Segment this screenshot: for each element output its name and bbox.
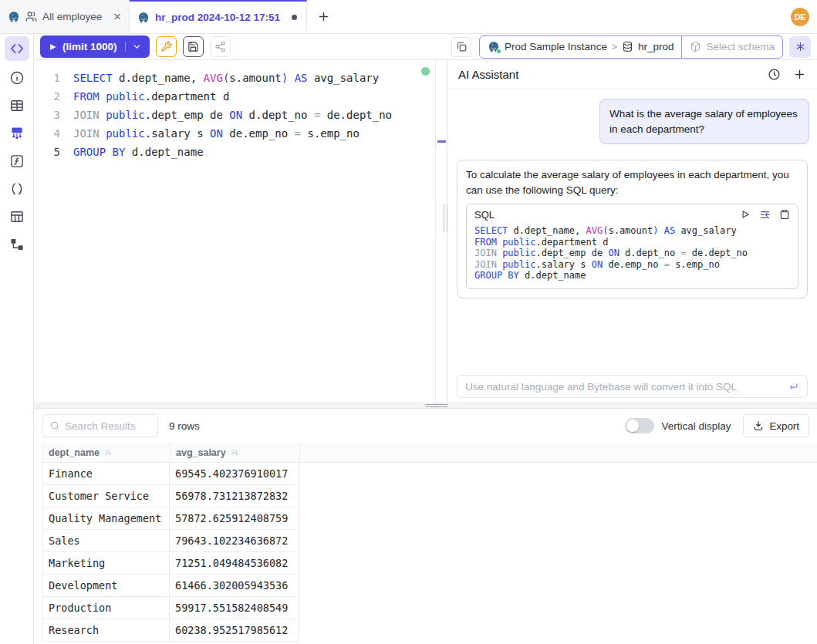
sql-token: .department d xyxy=(535,237,608,248)
batch-query-button[interactable] xyxy=(451,37,471,57)
sql-token: = xyxy=(295,127,301,140)
wrench-icon xyxy=(160,41,172,52)
sql-token: ON xyxy=(608,248,619,258)
export-label: Export xyxy=(769,420,799,432)
results-toolbar: 9 rows Vertical display Export xyxy=(34,409,817,443)
sidebar-item-views[interactable] xyxy=(5,204,29,229)
table-cell[interactable]: 71251.049484536082 xyxy=(170,552,299,575)
sql-code: SELECT d.dept_name, AVG(s.amount) AS avg… xyxy=(467,223,798,288)
sql-token: s.amount xyxy=(229,72,281,84)
code-line[interactable]: 5GROUP BY d.dept_name xyxy=(34,143,435,161)
sql-block-label: SQL xyxy=(474,207,495,223)
table-cell[interactable]: Research xyxy=(42,619,170,642)
run-query-button[interactable]: (limit 1000) xyxy=(40,35,150,58)
sidebar-item-data-flow[interactable] xyxy=(5,232,29,257)
table-cell[interactable]: 59917.551582408549 xyxy=(170,597,299,619)
search-results-input[interactable] xyxy=(65,420,151,432)
table-cell[interactable]: Customer Service xyxy=(42,485,170,507)
admin-wrench-button[interactable] xyxy=(156,36,177,57)
sql-token: de.dept_no xyxy=(320,109,392,121)
table-cell[interactable]: 61466.302005943536 xyxy=(170,575,299,597)
code-line[interactable]: 3JOIN public.dept_emp de ON d.dept_no = … xyxy=(34,106,435,124)
export-button[interactable]: Export xyxy=(743,414,809,437)
add-tab-button[interactable] xyxy=(307,0,339,33)
sql-token: SELECT xyxy=(474,225,508,236)
sidebar-item-sql-editor[interactable] xyxy=(5,36,29,61)
sql-token: .dept_emp de xyxy=(145,109,230,121)
tab-all-employee[interactable]: All employee × xyxy=(0,0,130,33)
sidebar-item-schema-diagram[interactable] xyxy=(5,121,29,146)
code-line[interactable]: 4JOIN public.salary s ON de.emp_no = s.e… xyxy=(34,124,435,143)
sidebar-item-functions[interactable] xyxy=(5,149,29,174)
vertical-display-label: Vertical display xyxy=(661,420,731,432)
run-options-chevron[interactable] xyxy=(125,42,142,52)
sql-token: AS xyxy=(288,72,307,84)
submit-return-icon[interactable] xyxy=(788,381,799,393)
sql-token: JOIN xyxy=(474,259,497,270)
history-clock-icon[interactable] xyxy=(768,68,781,81)
code-line[interactable]: 2FROM public.department d xyxy=(34,87,435,106)
results-table: dept_nameavg_salary Finance69545.4023769… xyxy=(42,443,817,644)
database-icon xyxy=(622,41,633,52)
table-cell[interactable]: 60238.952517985612 xyxy=(170,619,299,642)
column-header-avg_salary[interactable]: avg_salary xyxy=(170,443,300,462)
sort-icon[interactable] xyxy=(104,448,113,457)
share-button[interactable] xyxy=(210,36,231,57)
play-icon xyxy=(48,42,57,52)
column-header-dept_name[interactable]: dept_name xyxy=(43,443,170,462)
results-panel: 9 rows Vertical display Export dept_name… xyxy=(34,409,817,644)
table-cell[interactable]: Development xyxy=(42,575,170,597)
table-cell[interactable]: Quality Management xyxy=(42,507,170,530)
horizontal-resize-handle[interactable] xyxy=(34,403,817,409)
sidebar-item-info[interactable] xyxy=(5,66,29,90)
sql-token: public xyxy=(497,259,536,270)
sql-token: d.dept_no xyxy=(620,248,680,258)
table-cell[interactable]: 69545.402376910017 xyxy=(170,463,299,485)
table-cell[interactable]: Finance xyxy=(42,463,170,485)
close-icon[interactable]: × xyxy=(113,10,121,23)
table-cell[interactable]: Sales xyxy=(42,530,170,552)
table-body: Finance69545.402376910017Customer Servic… xyxy=(42,463,817,642)
table-cell[interactable]: 56978.731213872832 xyxy=(170,485,299,507)
sql-token: public xyxy=(497,248,536,258)
ai-prompt-input[interactable] xyxy=(465,381,788,393)
table-cell[interactable]: Production xyxy=(42,597,170,619)
code-line: JOIN public.salary s ON de.emp_no = s.em… xyxy=(474,259,790,271)
table-row: Production59917.551582408549 xyxy=(42,597,817,619)
sql-token: d.dept_name, xyxy=(508,225,586,236)
line-number: 4 xyxy=(34,124,60,143)
schema-selector[interactable]: Select schema xyxy=(681,36,782,58)
unsaved-dot-icon xyxy=(292,15,297,20)
run-label: (limit 1000) xyxy=(62,41,117,52)
connection-selector[interactable]: Prod Sample Instance > hr_prod xyxy=(480,36,681,58)
schema-cube-icon xyxy=(690,41,701,52)
sort-icon[interactable] xyxy=(231,448,240,457)
insert-into-editor-icon[interactable] xyxy=(759,209,771,221)
table-cell[interactable]: Marketing xyxy=(42,552,170,575)
search-icon xyxy=(49,420,60,431)
copy-icon[interactable] xyxy=(779,209,790,220)
table-row: Sales79643.102234636872 xyxy=(42,530,817,552)
sidebar-item-tables[interactable] xyxy=(5,93,29,118)
sql-token: ) xyxy=(282,72,288,84)
table-row: Finance69545.402376910017 xyxy=(42,463,817,485)
save-sheet-button[interactable] xyxy=(183,36,204,57)
sql-token: = xyxy=(680,248,686,258)
code-line[interactable]: 1SELECT d.dept_name, AVG(s.amount) AS av… xyxy=(34,69,435,87)
openai-assistant-button[interactable] xyxy=(789,36,811,58)
sql-token: public xyxy=(100,109,145,121)
sql-token: ON xyxy=(592,259,603,270)
avatar[interactable]: DE xyxy=(791,8,809,26)
new-chat-plus-icon[interactable] xyxy=(793,68,806,81)
table-cell[interactable]: 79643.102234636872 xyxy=(170,530,299,552)
sql-token: .dept_emp de xyxy=(535,248,608,258)
download-icon xyxy=(753,420,764,431)
sql-editor[interactable]: 1SELECT d.dept_name, AVG(s.amount) AS av… xyxy=(34,60,436,403)
sidebar-item-procedures[interactable] xyxy=(5,177,29,201)
vertical-display-toggle[interactable] xyxy=(625,418,654,433)
table-cell[interactable]: 57872.625912408759 xyxy=(170,507,299,530)
sql-code-block: SQL xyxy=(466,204,798,289)
run-sql-icon[interactable] xyxy=(740,209,751,220)
sql-token: ON xyxy=(210,127,223,140)
tab-hr-prod[interactable]: hr_prod 2024-10-12 17:51 xyxy=(130,0,307,33)
